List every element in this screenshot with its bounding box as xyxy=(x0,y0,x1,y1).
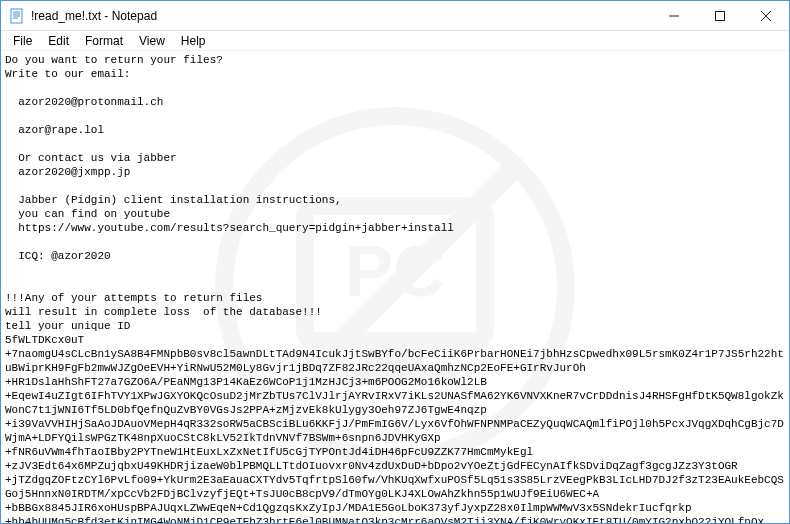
minimize-button[interactable] xyxy=(651,1,697,31)
maximize-icon xyxy=(715,11,725,21)
menu-file[interactable]: File xyxy=(5,32,40,50)
menu-edit[interactable]: Edit xyxy=(40,32,77,50)
menu-view[interactable]: View xyxy=(131,32,173,50)
titlebar: !read_me!.txt - Notepad xyxy=(1,1,789,31)
editor-wrap xyxy=(1,51,789,523)
maximize-button[interactable] xyxy=(697,1,743,31)
menu-help[interactable]: Help xyxy=(173,32,214,50)
menu-format[interactable]: Format xyxy=(77,32,131,50)
minimize-icon xyxy=(669,11,679,21)
close-button[interactable] xyxy=(743,1,789,31)
menubar: File Edit Format View Help xyxy=(1,31,789,51)
editor-textarea[interactable] xyxy=(1,51,789,523)
close-icon xyxy=(761,11,771,21)
svg-rect-6 xyxy=(716,11,725,20)
window-title: !read_me!.txt - Notepad xyxy=(31,9,157,23)
content-area: PC xyxy=(1,51,789,523)
notepad-window: !read_me!.txt - Notepad File Edit Format… xyxy=(0,0,790,524)
notepad-icon xyxy=(9,8,25,24)
